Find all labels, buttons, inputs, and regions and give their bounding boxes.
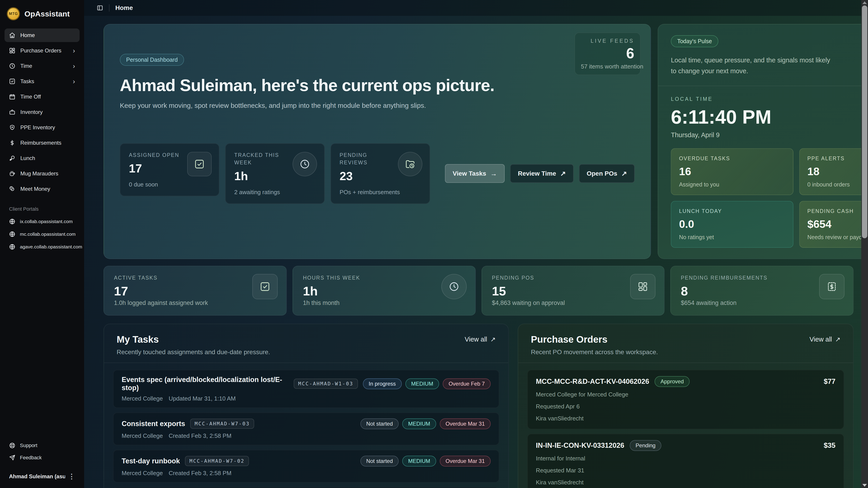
- scrollbar[interactable]: [861, 0, 868, 488]
- pending-pos-card: PENDING POS 15 $4,863 waiting on approva…: [482, 266, 665, 316]
- stat-label: HOURS THIS WEEK: [303, 275, 465, 281]
- sidebar-item-home[interactable]: Home: [4, 29, 80, 42]
- sidebar-item-label: Mug Marauders: [20, 170, 58, 177]
- stat-label: TRACKED THIS WEEK: [234, 152, 291, 167]
- pulse-divider: [658, 86, 868, 86]
- sidebar-item-meet-money[interactable]: Meet Money: [4, 182, 80, 196]
- sidebar: MTG OpAssistant Home Purchase Orders › T…: [0, 0, 84, 488]
- tile-label: PPE ALERTS: [807, 156, 868, 162]
- task-row[interactable]: Events spec (arrived/blocked/localizatio…: [113, 370, 499, 408]
- pulse-description: Local time, queue pressure, and the sign…: [671, 55, 834, 77]
- open-pos-button[interactable]: Open POs ↗: [579, 164, 635, 183]
- live-feeds-caption: 57 items worth attention: [581, 63, 634, 70]
- sidebar-item-mug-marauders[interactable]: Mug Marauders: [4, 167, 80, 181]
- overview-stats-row: ACTIVE TASKS 17 1.0h logged against assi…: [103, 266, 854, 316]
- portal-link-label: ix.collab.opassistant.com: [20, 219, 72, 224]
- po-row[interactable]: IN-IN-IE-CON-KV-03312026 Pending $35 Int…: [527, 434, 844, 488]
- due-badge: Overdue Mar 31: [440, 418, 491, 429]
- live-feeds-card: LIVE FEEDS 6 57 items worth attention: [575, 33, 641, 75]
- scrollbar-thumb[interactable]: [862, 5, 867, 238]
- po-row[interactable]: MCC-MCC-R&D-ACT-KV-04062026 Approved $77…: [527, 370, 844, 429]
- globe-icon: [9, 243, 16, 250]
- po-meta-requester: Kira vanSliedrecht: [536, 414, 835, 423]
- sidebar-item-tasks[interactable]: Tasks ›: [4, 74, 80, 88]
- mug-icon: [9, 170, 16, 177]
- support-link[interactable]: Support: [4, 440, 80, 452]
- view-all-label: View all: [809, 336, 832, 343]
- tasks-view-all-link[interactable]: View all ↗: [465, 336, 496, 343]
- todays-pulse-panel: Today's Pulse Admin View Local time, que…: [658, 24, 868, 259]
- check-square-icon: [187, 152, 212, 176]
- lunchbox-icon: [9, 109, 16, 115]
- due-badge: Overdue Mar 31: [440, 456, 491, 466]
- app-logo[interactable]: MTG OpAssistant: [4, 6, 80, 22]
- sidebar-item-time[interactable]: Time ›: [4, 59, 80, 73]
- view-all-label: View all: [465, 336, 487, 343]
- purchase-orders-subtitle: Recent PO movement across the workspace.: [531, 349, 840, 356]
- sidebar-item-ppe-inventory[interactable]: PPE Inventory: [4, 121, 80, 134]
- scroll-down-arrow-icon[interactable]: [862, 484, 867, 487]
- scroll-up-arrow-icon[interactable]: [862, 1, 867, 4]
- local-time-value: 6:11:40 PM: [671, 106, 868, 128]
- content: Personal Dashboard Ahmad Suleiman, here'…: [84, 16, 868, 488]
- ppe-alerts-tile: PPE ALERTS 18 0 inbound orders: [799, 148, 868, 195]
- sidebar-item-label: Lunch: [20, 155, 35, 161]
- feedback-label: Feedback: [20, 455, 42, 461]
- sidebar-item-reimbursements[interactable]: Reimbursements: [4, 136, 80, 150]
- calendar-icon: [9, 94, 16, 100]
- review-time-button[interactable]: Review Time ↗: [510, 164, 574, 183]
- task-row[interactable]: Test-day runbook MCC-AHMAD-W7-02 Not sta…: [113, 450, 499, 483]
- feedback-link[interactable]: Feedback: [4, 452, 80, 464]
- kebab-menu-icon[interactable]: ⋮: [68, 473, 75, 480]
- po-amount: $77: [824, 378, 835, 386]
- po-code: IN-IN-IE-CON-KV-03312026: [536, 442, 624, 450]
- mtg-logo-badge: MTG: [7, 7, 20, 20]
- sidebar-item-label: Inventory: [20, 109, 43, 115]
- stat-value: 1h: [303, 284, 465, 298]
- sidebar-item-lunch[interactable]: Lunch: [4, 152, 80, 165]
- portal-link-mc[interactable]: mc.collab.opassistant.com: [4, 228, 80, 240]
- home-icon: [9, 32, 16, 38]
- stat-value: 8: [681, 284, 843, 298]
- stat-caption: POs + reimbursements: [340, 189, 421, 196]
- po-view-all-link[interactable]: View all ↗: [809, 336, 840, 343]
- stat-caption: $654 awaiting action: [681, 299, 843, 306]
- portal-link-ix[interactable]: ix.collab.opassistant.com: [4, 215, 80, 228]
- tile-caption: No ratings yet: [679, 234, 785, 240]
- sidebar-item-time-off[interactable]: Time Off: [4, 90, 80, 103]
- sidebar-item-purchase-orders[interactable]: Purchase Orders ›: [4, 44, 80, 57]
- my-tasks-title: My Tasks: [117, 334, 159, 345]
- arrow-up-right-icon: ↗: [835, 336, 840, 343]
- chevron-right-icon: ›: [73, 63, 75, 69]
- view-tasks-button[interactable]: View Tasks →: [445, 164, 505, 183]
- tile-caption: Needs review or payout: [807, 234, 868, 240]
- purchase-orders-header: Purchase Orders View all ↗ Recent PO mov…: [518, 324, 853, 363]
- task-row[interactable]: Roles/permissions minimum (dispatcher/su…: [113, 487, 499, 488]
- dollar-sign-icon: [9, 140, 16, 146]
- sidebar-toggle-button[interactable]: [97, 5, 103, 11]
- receipt-dollar-icon: [819, 274, 844, 299]
- personal-dashboard-badge: Personal Dashboard: [120, 54, 184, 66]
- arrow-right-icon: →: [490, 170, 497, 177]
- task-row[interactable]: Consistent exports MCC-AHMAD-W7-03 Not s…: [113, 413, 499, 445]
- po-meta-requested: Requested Apr 6: [536, 402, 835, 411]
- task-client: Merced College: [122, 432, 163, 440]
- po-status-badge: Pending: [630, 440, 661, 451]
- task-client: Merced College: [122, 470, 163, 477]
- clock-icon: [292, 152, 317, 176]
- pending-reimbursements-card: PENDING REIMBURSEMENTS 8 $654 awaiting a…: [671, 266, 854, 316]
- tile-caption: Assigned to you: [679, 181, 785, 188]
- stat-value: 17: [114, 284, 276, 298]
- stat-label: PENDING REIMBURSEMENTS: [681, 275, 843, 281]
- portal-link-agave[interactable]: agave.collab.opassistant.com: [4, 240, 80, 253]
- task-title: Consistent exports: [122, 420, 185, 428]
- globe-icon: [9, 231, 16, 237]
- folder-clock-icon: [398, 152, 422, 176]
- task-activity: Created Feb 3, 2:58 PM: [169, 432, 231, 440]
- stat-label: PENDING POS: [492, 275, 654, 281]
- user-menu[interactable]: Ahmad Suleiman (asuleiman... ⋮: [4, 470, 80, 481]
- sidebar-item-inventory[interactable]: Inventory: [4, 105, 80, 119]
- hero-actions: View Tasks → Review Time ↗ Open POs ↗: [445, 164, 635, 183]
- app-root: MTG OpAssistant Home Purchase Orders › T…: [0, 0, 868, 488]
- tile-label: OVERDUE TASKS: [679, 156, 785, 162]
